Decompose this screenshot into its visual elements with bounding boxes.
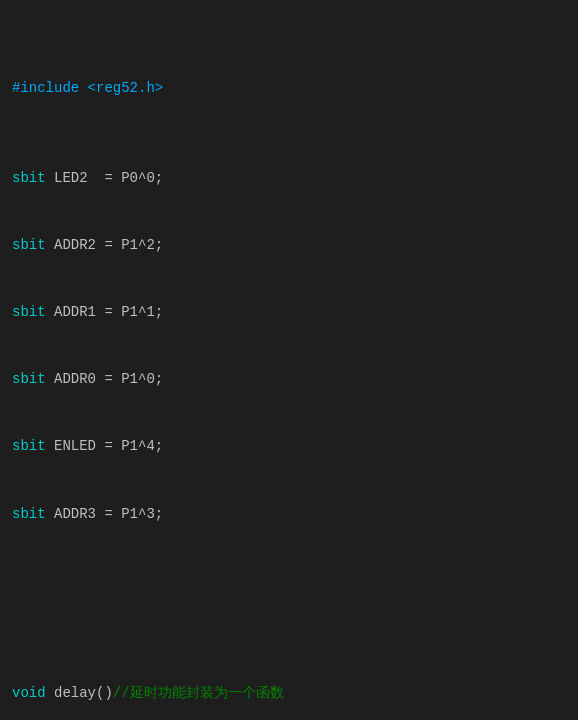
code-line: sbit ADDR2 = P1^2;: [12, 234, 566, 256]
code-editor: #include <reg52.h> sbit LED2 = P0^0; sbi…: [12, 10, 566, 720]
blank-line: [12, 592, 566, 614]
code-line: sbit ENLED = P1^4;: [12, 435, 566, 457]
code-line: #include <reg52.h>: [12, 77, 566, 99]
code-line: sbit ADDR3 = P1^3;: [12, 503, 566, 525]
code-line: sbit ADDR0 = P1^0;: [12, 368, 566, 390]
code-line: void delay()//延时功能封装为一个函数: [12, 682, 566, 704]
code-line: sbit ADDR1 = P1^1;: [12, 301, 566, 323]
code-line: sbit LED2 = P0^0;: [12, 167, 566, 189]
